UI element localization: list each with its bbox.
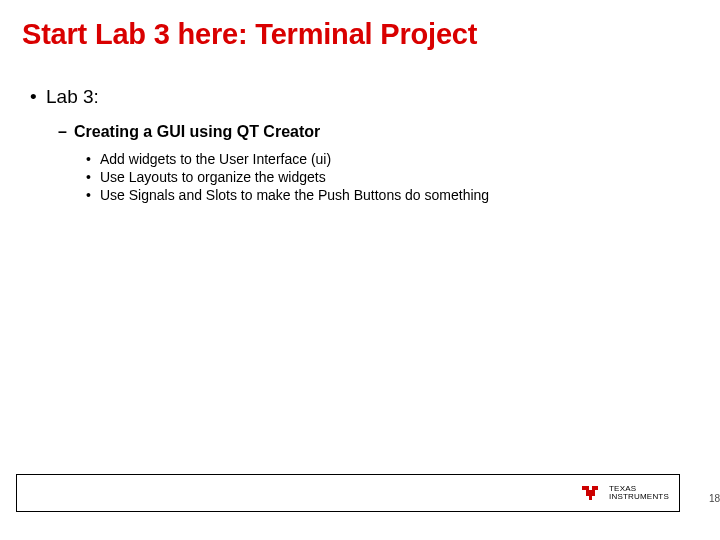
bullet-level3: •Add widgets to the User Interface (ui) (86, 151, 690, 167)
bullet-level2-text: Creating a GUI using QT Creator (74, 123, 320, 140)
slide-title: Start Lab 3 here: Terminal Project (22, 18, 477, 51)
ti-logo-icon (581, 484, 603, 502)
bullet-level2: –Creating a GUI using QT Creator (58, 123, 690, 141)
ti-logo-text: TEXAS INSTRUMENTS (609, 485, 669, 502)
bullet-dot-icon: • (30, 86, 46, 108)
slide: Start Lab 3 here: Terminal Project •Lab … (0, 0, 720, 540)
bullet-level3-text: Use Signals and Slots to make the Push B… (100, 187, 489, 203)
bullet-level1: •Lab 3: (30, 86, 690, 108)
ti-logo: TEXAS INSTRUMENTS (581, 484, 669, 502)
bullet-level1-text: Lab 3: (46, 86, 99, 107)
bullet-level3-text: Use Layouts to organize the widgets (100, 169, 326, 185)
page-number-fragment: 18 (709, 493, 720, 504)
bullet-dot-icon: • (86, 187, 100, 203)
bullet-dash-icon: – (58, 123, 74, 141)
bullet-level3: •Use Signals and Slots to make the Push … (86, 187, 690, 203)
ti-logo-text-line2: INSTRUMENTS (609, 493, 669, 501)
footer-box: TEXAS INSTRUMENTS (16, 474, 680, 512)
bullet-dot-icon: • (86, 169, 100, 185)
bullet-dot-icon: • (86, 151, 100, 167)
bullet-level3-text: Add widgets to the User Interface (ui) (100, 151, 331, 167)
slide-body: •Lab 3: –Creating a GUI using QT Creator… (30, 86, 690, 205)
bullet-level3: •Use Layouts to organize the widgets (86, 169, 690, 185)
